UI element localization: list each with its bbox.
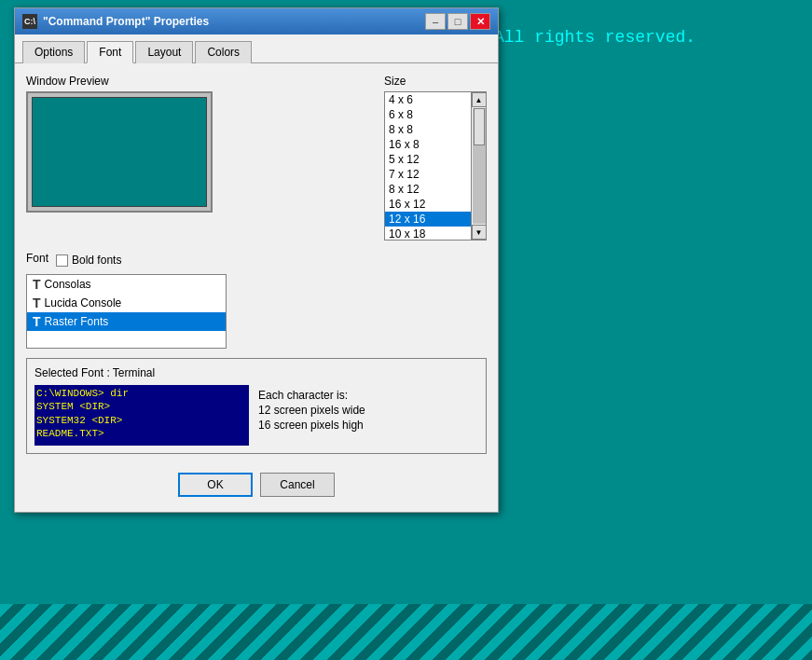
- window-preview-box: [26, 91, 213, 213]
- app-icon: C:\: [22, 14, 37, 29]
- tab-bar: Options Font Layout Colors: [15, 34, 498, 63]
- font-type-icon: T: [33, 277, 41, 292]
- button-row: OK Cancel: [26, 465, 487, 501]
- maximize-button[interactable]: □: [447, 13, 468, 30]
- selected-font-section: Selected Font : Terminal C:\WINDOWS> dir…: [26, 358, 487, 454]
- preview-section: Window Preview: [26, 75, 373, 241]
- ok-button[interactable]: OK: [178, 473, 253, 497]
- font-list-item[interactable]: TConsolas: [27, 275, 226, 294]
- title-bar-buttons: – □ ✕: [425, 13, 490, 30]
- char-info-title: Each character is:: [258, 389, 365, 402]
- size-scrollbar[interactable]: ▲ ▼: [471, 92, 486, 240]
- zigzag-border: [0, 604, 812, 660]
- size-listbox[interactable]: 4 x 66 x 88 x 816 x 85 x 127 x 128 x 121…: [384, 91, 487, 241]
- close-button[interactable]: ✕: [470, 13, 490, 30]
- cancel-button[interactable]: Cancel: [260, 473, 335, 497]
- size-list-item[interactable]: 8 x 8: [385, 122, 471, 137]
- font-list-item[interactable]: TRaster Fonts: [27, 312, 226, 331]
- font-label: Font: [26, 252, 48, 265]
- preview-inner: [32, 97, 207, 207]
- size-list-item[interactable]: 12 x 16: [385, 212, 471, 227]
- size-list-item[interactable]: 16 x 12: [385, 197, 471, 212]
- tab-colors[interactable]: Colors: [195, 41, 252, 63]
- font-name-label: Consolas: [45, 278, 91, 291]
- font-row: Font Bold fonts: [26, 252, 487, 268]
- tab-content: Window Preview Size 4 x 66 x 88 x 816 x …: [15, 63, 498, 512]
- scroll-track: [473, 108, 486, 224]
- char-info: Each character is: 12 screen pixels wide…: [258, 385, 365, 446]
- char-info-width: 12 screen pixels wide: [258, 404, 365, 417]
- font-list-item[interactable]: TLucida Console: [27, 294, 226, 312]
- selected-font-inner: C:\WINDOWS> dirSYSTEM <DIR>SYSTEM32 <DIR…: [34, 385, 478, 446]
- terminal-preview-line: SYSTEM <DIR>: [36, 400, 247, 413]
- font-name-label: Raster Fonts: [45, 315, 109, 328]
- bold-fonts-checkbox[interactable]: [56, 254, 68, 267]
- tab-options[interactable]: Options: [22, 41, 85, 63]
- size-list-item[interactable]: 16 x 8: [385, 137, 471, 152]
- size-list-item[interactable]: 4 x 6: [385, 92, 471, 107]
- terminal-preview-line: C:\WINDOWS> dir: [36, 387, 247, 400]
- font-section: Font Bold fonts TConsolasTLucida Console…: [26, 252, 487, 349]
- size-list-item[interactable]: 7 x 12: [385, 167, 471, 182]
- bg-terminal-text: All rights reserved.: [494, 28, 695, 47]
- dialog-window: C:\ "Command Prompt" Properties – □ ✕ Op…: [14, 7, 499, 513]
- scroll-up-arrow[interactable]: ▲: [472, 92, 487, 107]
- size-list[interactable]: 4 x 66 x 88 x 816 x 85 x 127 x 128 x 121…: [385, 92, 471, 240]
- title-bar-left: C:\ "Command Prompt" Properties: [22, 14, 209, 29]
- dialog-title: "Command Prompt" Properties: [43, 15, 209, 28]
- tab-font[interactable]: Font: [87, 41, 133, 63]
- terminal-preview-line: SYSTEM32 <DIR>: [36, 414, 247, 427]
- selected-font-title: Selected Font : Terminal: [34, 366, 478, 379]
- char-info-height: 16 screen pixels high: [258, 419, 365, 432]
- size-list-item[interactable]: 6 x 8: [385, 107, 471, 122]
- size-list-item[interactable]: 10 x 18: [385, 227, 471, 240]
- size-label: Size: [384, 75, 487, 88]
- tab-layout[interactable]: Layout: [135, 41, 193, 63]
- font-listbox[interactable]: TConsolasTLucida ConsoleTRaster Fonts: [26, 274, 227, 349]
- preview-label: Window Preview: [26, 75, 373, 88]
- size-section: Size 4 x 66 x 88 x 816 x 85 x 127 x 128 …: [384, 75, 487, 241]
- font-type-icon: T: [33, 314, 41, 329]
- scroll-thumb[interactable]: [474, 108, 485, 145]
- bold-fonts-checkbox-label[interactable]: Bold fonts: [56, 254, 121, 267]
- terminal-preview-line: README.TXT>: [36, 427, 247, 440]
- font-name-label: Lucida Console: [45, 296, 122, 309]
- size-list-item[interactable]: 8 x 12: [385, 182, 471, 197]
- bold-fonts-label: Bold fonts: [72, 254, 121, 267]
- top-section: Window Preview Size 4 x 66 x 88 x 816 x …: [26, 75, 487, 241]
- title-bar: C:\ "Command Prompt" Properties – □ ✕: [15, 8, 498, 34]
- scroll-down-arrow[interactable]: ▼: [472, 225, 487, 240]
- minimize-button[interactable]: –: [425, 13, 446, 30]
- font-type-icon: T: [33, 296, 41, 310]
- terminal-preview: C:\WINDOWS> dirSYSTEM <DIR>SYSTEM32 <DIR…: [34, 385, 249, 446]
- size-list-item[interactable]: 5 x 12: [385, 152, 471, 167]
